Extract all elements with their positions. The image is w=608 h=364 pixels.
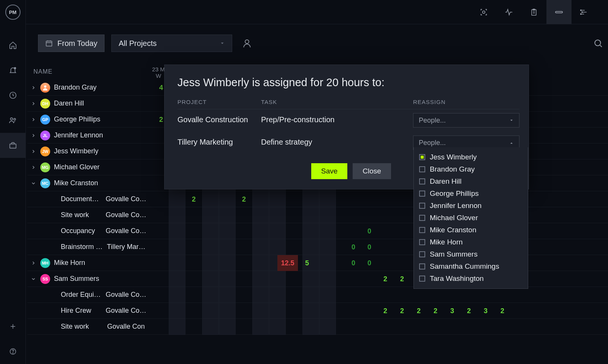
checkbox[interactable] xyxy=(419,251,425,257)
search-icon[interactable] xyxy=(588,33,608,53)
task-row[interactable]: Hire CrewGovalle Con... xyxy=(27,303,147,319)
workload-cell[interactable]: 0 xyxy=(361,255,378,271)
checkbox[interactable] xyxy=(419,227,425,233)
workload-cell[interactable]: 2 xyxy=(494,303,511,319)
dropdown-option[interactable]: Michael Glover xyxy=(414,212,528,224)
dropdown-option[interactable]: Mike Horn xyxy=(414,236,528,248)
app-logo[interactable]: PM xyxy=(5,5,21,20)
reassign-select-0[interactable]: People... xyxy=(413,113,519,128)
gantt-icon[interactable] xyxy=(572,0,597,24)
plus-icon[interactable] xyxy=(0,314,26,339)
clipboard-icon[interactable] xyxy=(521,0,546,24)
dropdown-option-label: George Phillips xyxy=(430,189,479,198)
dropdown-option-label: Brandon Gray xyxy=(430,165,475,173)
expand-icon[interactable] xyxy=(30,181,36,186)
task-row[interactable]: Site workGovalle Con xyxy=(27,319,147,335)
task-row[interactable]: Site workGovalle Con... xyxy=(27,207,147,223)
close-button[interactable]: Close xyxy=(353,163,391,179)
workload-cell[interactable]: 0 xyxy=(361,239,378,255)
people-icon[interactable] xyxy=(0,108,26,133)
checkbox[interactable] xyxy=(419,154,425,160)
task-row[interactable]: Brainstorm I...Tillery Mark... xyxy=(27,239,147,255)
scan-icon[interactable] xyxy=(471,0,496,24)
checkbox[interactable] xyxy=(419,178,425,184)
person-row[interactable]: GPGeorge Phillips xyxy=(27,112,147,128)
activity-icon[interactable] xyxy=(496,0,521,24)
projects-select-label: All Projects xyxy=(119,39,157,48)
workload-cell[interactable]: 2 xyxy=(410,303,427,319)
workload-cell[interactable]: 5 xyxy=(299,255,315,271)
workload-cell[interactable]: 2 xyxy=(377,271,394,287)
projects-select[interactable]: All Projects xyxy=(111,35,232,52)
people-list: Brandon GrayDHDaren HillGPGeorge Phillip… xyxy=(27,80,147,335)
workload-cell[interactable]: 2 xyxy=(377,303,394,319)
person-row[interactable]: MCMike Cranston xyxy=(27,175,147,191)
modal-project-1: Tillery Marketing xyxy=(177,132,261,154)
grid-row: 12.5500 xyxy=(147,255,608,271)
workload-cell[interactable]: 0 xyxy=(345,255,362,271)
person-row[interactable]: MHMike Horn xyxy=(27,255,147,271)
clock-icon[interactable] xyxy=(0,83,26,108)
person-row[interactable]: Brandon Gray xyxy=(27,80,147,96)
person-row[interactable]: JLJennifer Lennon xyxy=(27,128,147,143)
expand-icon[interactable] xyxy=(30,276,36,282)
expand-icon[interactable] xyxy=(30,165,36,170)
dropdown-option[interactable]: George Phillips xyxy=(414,188,528,200)
dropdown-option[interactable]: Jennifer Lennon xyxy=(414,200,528,212)
briefcase-icon[interactable] xyxy=(0,133,26,158)
expand-icon[interactable] xyxy=(30,149,36,154)
workload-cell[interactable]: 2 xyxy=(394,303,410,319)
expand-icon[interactable] xyxy=(30,85,36,90)
workload-cell[interactable]: 3 xyxy=(444,303,461,319)
workload-cell[interactable]: 0 xyxy=(361,223,378,239)
avatar: SS xyxy=(40,274,50,284)
checkbox[interactable] xyxy=(419,276,425,282)
expand-icon[interactable] xyxy=(30,101,36,106)
checkbox[interactable] xyxy=(419,263,425,269)
checkbox[interactable] xyxy=(419,203,425,209)
dropdown-option[interactable]: Sam Summers xyxy=(414,248,528,260)
checkbox[interactable] xyxy=(419,239,425,245)
dropdown-option[interactable]: Daren Hill xyxy=(414,175,528,188)
expand-icon[interactable] xyxy=(30,260,36,266)
task-row[interactable]: OccupancyGovalle Con... xyxy=(27,223,147,239)
dropdown-option[interactable]: Jess Wimberly xyxy=(414,151,528,163)
workload-cell[interactable]: 0 xyxy=(345,239,362,255)
person-row[interactable]: JWJess Wimberly xyxy=(27,143,147,159)
bell-icon[interactable] xyxy=(0,58,26,83)
checkbox[interactable] xyxy=(419,191,425,197)
from-today-button[interactable]: From Today xyxy=(38,35,104,52)
svg-point-6 xyxy=(13,353,13,353)
workload-cell[interactable]: 2 xyxy=(185,191,202,207)
dropdown-option[interactable]: Tara Washington xyxy=(414,273,528,285)
workload-cell[interactable]: 12.5 xyxy=(277,255,298,271)
workload-cell[interactable]: 2 xyxy=(461,303,477,319)
workload-cell[interactable]: 2 xyxy=(427,303,444,319)
checkbox[interactable] xyxy=(419,166,425,172)
save-button[interactable]: Save xyxy=(311,163,347,179)
task-row[interactable]: Documents ...Govalle Con... xyxy=(27,191,147,207)
expand-icon[interactable] xyxy=(30,133,36,138)
workload-icon[interactable] xyxy=(546,0,572,24)
workload-cell[interactable]: 2 xyxy=(236,191,252,207)
dropdown-option-label: Mike Cranston xyxy=(430,226,477,234)
person-row[interactable]: DHDaren Hill xyxy=(27,96,147,112)
modal-task-1: Define strategy xyxy=(261,132,413,154)
task-name: Site work xyxy=(61,323,103,331)
workload-cell[interactable]: 3 xyxy=(477,303,494,319)
svg-point-11 xyxy=(580,9,581,11)
dropdown-option[interactable]: Samantha Cummings xyxy=(414,260,528,273)
task-name: Hire Crew xyxy=(61,307,102,315)
home-icon[interactable] xyxy=(0,33,26,58)
checkbox[interactable] xyxy=(419,215,425,221)
workload-cell[interactable]: 2 xyxy=(394,271,410,287)
dropdown-option[interactable]: Brandon Gray xyxy=(414,163,528,175)
person-row[interactable]: MGMichael Glover xyxy=(27,159,147,175)
dropdown-option[interactable]: Mike Cranston xyxy=(414,224,528,236)
calendar-icon xyxy=(45,39,53,47)
task-row[interactable]: Order Equip...Govalle Con... xyxy=(27,287,147,303)
help-icon[interactable] xyxy=(0,339,26,364)
person-row[interactable]: SSSam Summers xyxy=(27,271,147,287)
person-filter-icon[interactable] xyxy=(242,38,252,49)
expand-icon[interactable] xyxy=(30,117,36,122)
